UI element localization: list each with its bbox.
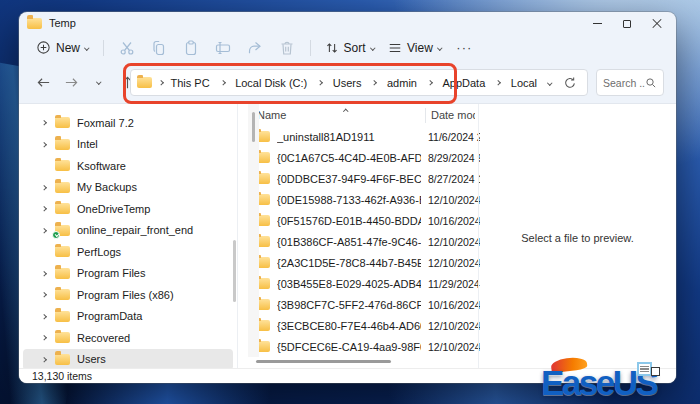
- folder-icon: [55, 182, 70, 193]
- maximize-button[interactable]: [612, 14, 642, 33]
- rename-button[interactable]: [208, 37, 238, 59]
- expand-chevron-icon[interactable]: [42, 228, 47, 233]
- file-row[interactable]: {01B386CF-A851-47fe-9C46-58C8CC7A97... 1…: [238, 231, 478, 252]
- file-date-modified: 8/27/2024 1: [428, 173, 480, 185]
- file-date-modified: 11/6/2024 2: [428, 131, 480, 143]
- expand-chevron-icon[interactable]: [42, 292, 47, 297]
- column-headers: Name Date modif: [238, 106, 478, 126]
- search-input[interactable]: [603, 77, 645, 89]
- file-row[interactable]: {5DFCEC6E-CA19-4aa9-98F0-2D7ED8C9F... 12…: [238, 336, 478, 357]
- file-row[interactable]: _uninstall81AD1911 11/6/2024 2: [238, 126, 478, 147]
- expand-chevron-icon[interactable]: [42, 142, 47, 147]
- sync-check-icon: [52, 231, 60, 239]
- file-name: {03B455E8-E029-4025-ADB4-F9720EBAF8...: [277, 278, 421, 290]
- folder-icon: [137, 77, 152, 88]
- sidebar-folder-item[interactable]: PerfLogs: [23, 241, 233, 263]
- sidebar-item-label: Intel: [77, 138, 98, 150]
- sidebar-folder-item[interactable]: Ksoftware: [23, 155, 233, 177]
- expand-chevron-icon[interactable]: [42, 335, 47, 340]
- breadcrumb-segment[interactable]: This PC: [169, 76, 212, 90]
- expand-chevron-icon[interactable]: [42, 271, 47, 276]
- sidebar-folder-item[interactable]: My Backups: [23, 177, 233, 199]
- breadcrumb-segment[interactable]: admin: [385, 76, 419, 90]
- view-button[interactable]: View: [381, 37, 448, 59]
- horizontal-scrollbar[interactable]: [256, 360, 391, 363]
- file-name: {3ECBCE80-F7E4-46b4-AD60-1C0B0E7DF...: [277, 320, 421, 332]
- sidebar-item-label: Program Files (x86): [77, 289, 174, 301]
- expand-chevron-icon[interactable]: [42, 206, 47, 211]
- sidebar-scrollbar[interactable]: [233, 240, 236, 302]
- new-button-label: New: [56, 41, 80, 55]
- address-dropdown-icon[interactable]: [547, 80, 552, 85]
- share-button[interactable]: [240, 37, 270, 59]
- forward-button[interactable]: [58, 69, 84, 95]
- sort-button-label: Sort: [344, 41, 366, 55]
- file-row[interactable]: {0DE15988-7133-462f-A936-B4B1AE355402} 1…: [238, 189, 478, 210]
- sidebar-folder-item[interactable]: Intel: [23, 134, 233, 156]
- address-bar: This PCLocal Disk (C:)UsersadminAppDataL…: [19, 61, 676, 104]
- file-row[interactable]: {3B98CF7C-5FF2-476d-86CF-6A763B4D56... 1…: [238, 294, 478, 315]
- preview-message: Select a file to preview.: [521, 232, 634, 244]
- sidebar-item-label: ProgramData: [77, 310, 142, 322]
- sidebar-folder-item[interactable]: Users: [23, 349, 233, 369]
- breadcrumb-segment[interactable]: Local Disk (C:): [233, 76, 309, 90]
- file-date-modified: 8/29/2024 9: [428, 152, 480, 164]
- expand-chevron-icon[interactable]: [42, 120, 47, 125]
- back-button[interactable]: [30, 69, 56, 95]
- column-header-date-modified[interactable]: Date modif: [431, 109, 475, 121]
- sidebar-item-label: Recovered: [77, 332, 130, 344]
- file-date-modified: 12/10/2024: [428, 194, 480, 206]
- close-button[interactable]: [642, 14, 672, 33]
- file-row[interactable]: {0F51576D-E01B-4450-BDDA-E0A759772... 10…: [238, 210, 478, 231]
- folder-icon: [55, 268, 70, 279]
- expand-chevron-icon[interactable]: [42, 357, 47, 362]
- refresh-button[interactable]: [563, 76, 577, 90]
- expand-chevron-icon[interactable]: [42, 314, 47, 319]
- more-options-button[interactable]: ···: [448, 40, 480, 55]
- file-row[interactable]: {2A3C1D5E-78C8-44b7-B45E-1631F63D5... 12…: [238, 252, 478, 273]
- sort-button[interactable]: Sort: [318, 37, 382, 59]
- vertical-scrollbar[interactable]: [248, 104, 259, 357]
- cut-button[interactable]: [112, 37, 142, 59]
- expand-chevron-icon[interactable]: [42, 185, 47, 190]
- file-row[interactable]: {0C1A67C5-4C4D-4E0B-AFDD-0999EB355... 8/…: [238, 147, 478, 168]
- minimize-button[interactable]: [582, 14, 612, 33]
- share-icon: [247, 40, 263, 56]
- paste-button[interactable]: [176, 37, 206, 59]
- file-row[interactable]: {03B455E8-E029-4025-ADB4-F9720EBAF8... 1…: [238, 273, 478, 294]
- folder-icon: [55, 139, 70, 150]
- copy-button[interactable]: [144, 37, 174, 59]
- recent-locations-button[interactable]: [86, 69, 112, 95]
- window-snapshot-icon: [637, 362, 663, 380]
- file-row[interactable]: {0DDBCE37-94F9-4F6F-BEC7-7446FFA626... 8…: [238, 168, 478, 189]
- breadcrumb-segment[interactable]: Local: [509, 76, 539, 90]
- sidebar-folder-item[interactable]: OneDriveTemp: [23, 198, 233, 220]
- search-box[interactable]: [596, 69, 664, 96]
- breadcrumb-chevron-icon: [427, 80, 432, 85]
- folder-icon: [55, 311, 70, 322]
- breadcrumb-segment[interactable]: AppData: [440, 76, 487, 90]
- sidebar-folder-item[interactable]: online_repair_front_end: [23, 220, 233, 242]
- search-icon: [645, 77, 657, 89]
- breadcrumb-segment[interactable]: Users: [331, 76, 364, 90]
- file-date-modified: 12/10/2024: [428, 341, 480, 353]
- sidebar-item-label: Foxmail 7.2: [77, 117, 134, 129]
- sidebar-item-label: Users: [77, 353, 106, 365]
- column-header-name[interactable]: Name: [257, 109, 286, 121]
- sidebar-folder-item[interactable]: Program Files (x86): [23, 284, 233, 306]
- tab-temp[interactable]: Temp: [27, 17, 76, 29]
- toolbar-separator: [310, 40, 311, 56]
- sidebar-folder-item[interactable]: Foxmail 7.2: [23, 112, 233, 134]
- column-divider[interactable]: [425, 108, 426, 123]
- sidebar-folder-item[interactable]: Recovered: [23, 327, 233, 349]
- sidebar-folder-item[interactable]: Program Files: [23, 263, 233, 285]
- address-input[interactable]: This PCLocal Disk (C:)UsersadminAppDataL…: [130, 69, 588, 96]
- file-row[interactable]: {3ECBCE80-F7E4-46b4-AD60-1C0B0E7DF... 12…: [238, 315, 478, 336]
- file-date-modified: 10/16/2024: [428, 299, 480, 311]
- new-button[interactable]: New: [29, 36, 96, 59]
- scrollbar-thumb[interactable]: [252, 112, 255, 142]
- delete-button[interactable]: [272, 37, 302, 59]
- sidebar-folder-item[interactable]: ProgramData: [23, 306, 233, 328]
- folder-icon: [55, 246, 70, 257]
- file-name: {0DDBCE37-94F9-4F6F-BEC7-7446FFA626...: [277, 173, 421, 185]
